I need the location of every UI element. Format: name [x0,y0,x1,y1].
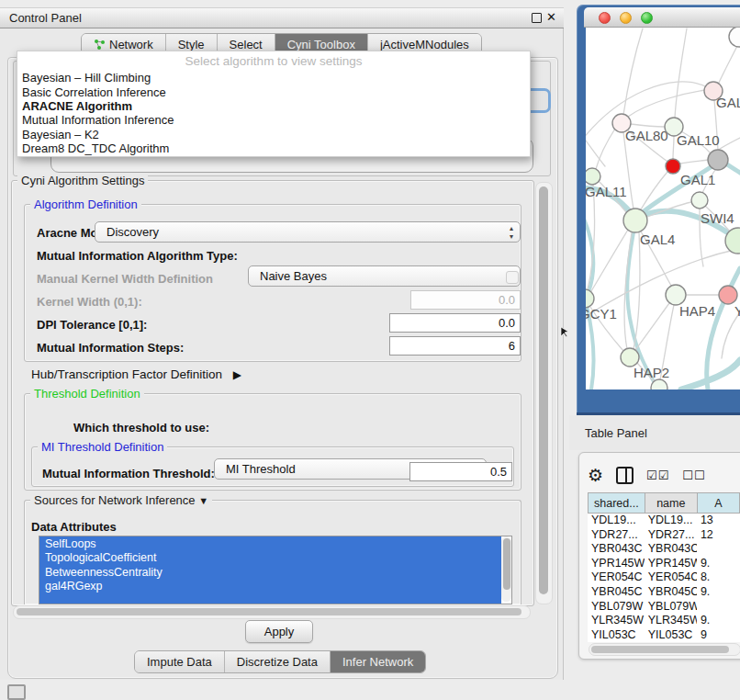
tab-infer-network[interactable]: Infer Network [331,651,425,672]
gear-icon[interactable]: ⚙ [588,465,603,486]
table-row[interactable]: YDL19...YDL19...13 [588,514,740,528]
data-attribute-item[interactable]: SelfLoops [39,536,501,551]
control-panel-titlebar[interactable]: Control Panel ✕ [0,7,564,28]
settings-hscrollbar-thumb[interactable] [17,608,521,615]
network-edge[interactable] [718,46,737,85]
network-node[interactable] [729,28,740,47]
bottom-left-mini-button[interactable] [7,684,26,700]
aracne-mode-combo[interactable]: Discovery ▴▾ [95,221,521,243]
select-all-checks-icon[interactable]: ☑☑ [646,469,669,482]
network-node[interactable] [708,150,728,170]
network-node[interactable] [666,159,680,174]
algorithm-dropdown-item[interactable]: Bayesian – Hill Climbing [17,71,530,85]
network-node[interactable] [651,379,667,390]
close-icon[interactable]: ✕ [546,11,556,24]
apply-button[interactable]: Apply [245,620,313,643]
table-cell: YER054C [588,570,645,585]
manual-kernel-checkbox[interactable] [506,271,519,284]
table-row[interactable]: YER054CYER054C8. [588,570,740,585]
network-edge[interactable] [681,360,740,390]
table-cell: 9. [697,614,740,628]
tab-discretize-data[interactable]: Discretize Data [225,651,331,672]
network-edge[interactable] [596,129,615,169]
close-traffic-icon[interactable] [599,12,611,24]
hub-definition-toggle[interactable]: Hub/Transcription Factor Definition ▶ [31,367,241,381]
float-window-icon[interactable] [532,13,542,23]
mi-threshold-input[interactable] [409,462,512,481]
mi-steps-input[interactable] [389,336,521,356]
table-row[interactable]: YLR345WYLR345W9. [588,614,740,628]
network-edge[interactable] [623,28,643,115]
tab-impute-data[interactable]: Impute Data [135,651,225,672]
table-row[interactable]: YBR043CYBR043C [588,542,740,557]
network-node[interactable] [586,289,594,308]
data-attribute-item[interactable]: TopologicalCoefficient [39,551,501,566]
columns-icon[interactable] [616,467,633,484]
mouse-cursor [559,326,570,339]
table-cell: 9 [697,628,740,643]
table-row[interactable]: YPR145WYPR145W9. [588,557,740,571]
network-node[interactable] [586,168,600,185]
table-cell: YIL053C [645,628,697,643]
network-icon [94,39,106,51]
collapsed-arrow-icon: ▶ [233,368,241,381]
network-node-label: HAP2 [633,365,669,380]
table-row[interactable]: YIL053CYIL053C9 [588,628,740,643]
settings-vscrollbar[interactable] [535,182,553,604]
settings-hscrollbar[interactable] [13,605,531,619]
network-edge[interactable] [680,160,708,164]
kernel-width-input[interactable] [410,290,521,310]
zoom-traffic-icon[interactable] [641,12,653,24]
threshold-definition-title: Threshold Definition [30,387,144,401]
algorithm-dropdown-item[interactable]: Basic Correlation Inference [17,85,530,98]
table-cell: YDL19... [645,514,697,528]
table-hscrollbar-thumb[interactable] [591,646,729,653]
sources-group-title[interactable]: Sources for Network Inference ▼ [30,493,212,507]
network-canvas[interactable]: GALGAL80GAL10GAL1GAL11SWI4GAL4GCY1HAP4YH… [586,28,740,390]
table-row[interactable]: YDR27...YDR27...12 [588,528,740,543]
kernel-width-label: Kernel Width (0,1): [37,295,142,309]
algorithm-dropdown-item[interactable]: ARACNE Algorithm [17,99,530,113]
table-cell: 8. [697,570,740,585]
table-row[interactable]: YBR045CYBR045C9. [588,585,740,600]
table-panel-header[interactable]: Table Panel [569,415,740,450]
algorithm-dropdown-item[interactable]: Bayesian – K2 [17,128,530,141]
attributes-vscrollbar[interactable] [501,536,511,602]
mi-type-combo[interactable]: Naive Bayes ▴▾ [248,265,521,287]
network-edge[interactable] [675,28,687,118]
network-node[interactable] [666,285,686,305]
network-node[interactable] [623,209,647,232]
algorithm-dropdown-item[interactable]: Mutual Information Inference [17,113,530,127]
network-edge[interactable] [628,90,705,117]
table-row[interactable]: YBL079WYBL079W [588,600,740,615]
settings-vscrollbar-thumb[interactable] [539,186,548,594]
network-window-titlebar[interactable] [584,7,740,28]
network-node[interactable] [691,192,708,209]
network-node[interactable] [621,348,639,367]
network-edge[interactable] [635,303,669,350]
algorithm-dropdown-prompt: Select algorithm to view settings [17,51,530,71]
network-edge[interactable] [631,124,665,127]
network-edge[interactable] [673,136,674,159]
network-node-label: GAL11 [586,184,627,199]
network-edge[interactable] [727,164,740,173]
control-panel-title: Control Panel [9,11,82,25]
data-attribute-item[interactable]: BetweennessCentrality [39,565,501,580]
network-node-label: Y [734,303,740,319]
column-header-shared-name[interactable]: shared... [588,492,645,514]
column-header-partial[interactable]: A [697,492,740,514]
attributes-vscrollbar-thumb[interactable] [503,538,510,590]
table-hscrollbar[interactable] [589,643,740,656]
network-node-label: HAP4 [679,303,715,319]
algorithm-dropdown-item[interactable]: Dream8 DC_TDC Algorithm [17,141,530,155]
network-edge[interactable] [586,129,605,166]
data-attribute-item[interactable]: gal4RGexp [39,580,501,594]
network-edge[interactable] [722,312,740,358]
network-edge[interactable] [591,230,628,291]
dpi-tolerance-input[interactable] [389,313,521,333]
network-node[interactable] [719,286,737,304]
column-header-name[interactable]: name [645,492,697,514]
network-node-label: GAL [716,95,740,110]
minimize-traffic-icon[interactable] [620,12,632,24]
deselect-all-boxes-icon[interactable]: ☐☐ [682,469,705,482]
